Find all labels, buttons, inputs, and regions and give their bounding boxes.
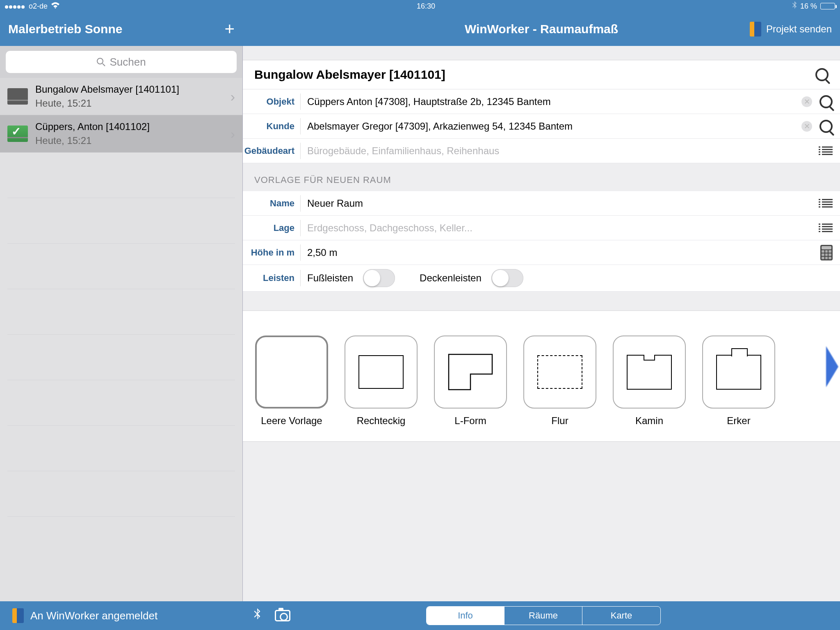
value-hoehe: 2,50 m [301,247,820,258]
label-kunde: Kunde [243,121,300,132]
sidebar-empty [0,153,242,601]
signal-dots-icon [5,2,25,11]
item-subtitle: Heute, 15:21 [35,135,223,146]
app-logo-icon [750,22,761,37]
company-title: Malerbetrieb Sonne [8,22,122,36]
clear-kunde-button[interactable]: ✕ [801,121,812,132]
chevron-right-icon: › [231,126,235,142]
row-hoehe[interactable]: Höhe in m 2,50 m [243,240,840,265]
placeholder-gebaeudeart: Bürogebäude, Einfamilienhaus, Reihenhaus [301,145,822,157]
sidebar-item-project-2[interactable]: Cüppers, Anton [1401102] Heute, 15:21 › [0,115,242,153]
label-name: Name [243,198,300,209]
row-objekt[interactable]: Objekt Cüppers Anton [47308], Hauptstraß… [243,89,840,114]
label-lage: Lage [243,223,300,233]
label-leisten: Leisten [243,273,300,283]
page-title: WinWorker - Raumaufmaß [465,22,618,36]
fussleisten-label: Fußleisten [307,272,353,284]
chevron-right-icon: › [231,89,235,105]
value-kunde: Abelsmayer Gregor [47309], Arkazienweg 5… [301,121,801,132]
list-icon[interactable] [822,198,833,208]
row-lage[interactable]: Lage Erdgeschoss, Dachgeschoss, Keller..… [243,216,840,240]
tray-icon [7,88,28,105]
item-title: Cüppers, Anton [1401102] [35,121,223,132]
item-title: Bungalow Abelsmayer [1401101] [35,84,223,95]
wifi-icon [51,2,60,11]
search-placeholder: Suchen [110,56,146,68]
row-leisten: Leisten Fußleisten Deckenleisten [243,265,840,292]
send-project-button[interactable]: Projekt senden [750,22,832,37]
add-button[interactable]: + [224,19,235,39]
template-erker[interactable]: Erker [702,336,775,427]
label-objekt: Objekt [243,96,300,107]
row-name[interactable]: Name Neuer Raum [243,191,840,216]
scroll-right-indicator [826,346,838,387]
room-templates: Leere Vorlage Rechteckig L-Form Flur [243,310,840,442]
section-header-vorlage: VORLAGE FÜR NEUEN RAUM [243,163,840,191]
item-subtitle: Heute, 15:21 [35,98,223,109]
placeholder-lage: Erdgeschoss, Dachgeschoss, Keller... [301,222,822,234]
search-kunde-icon[interactable] [819,120,833,133]
search-objekt-icon[interactable] [819,95,833,108]
bluetooth-button[interactable] [253,608,261,623]
status-bar: o2-de 16:30 16 % [0,0,840,12]
footer: An WinWorker angemeldet Info Räume Karte [0,601,840,630]
template-flur[interactable]: Flur [523,336,596,427]
deckenleisten-toggle[interactable] [491,269,523,287]
clear-objekt-button[interactable]: ✕ [801,96,812,107]
tab-segment: Info Räume Karte [426,606,661,625]
calculator-icon[interactable] [820,245,833,260]
tab-karte[interactable]: Karte [582,607,660,625]
navigation-bar: Malerbetrieb Sonne + WinWorker - Raumauf… [0,12,840,46]
bluetooth-icon [792,1,797,11]
svg-point-0 [97,58,103,64]
label-gebaeudeart: Gebäudeart [243,146,300,156]
row-gebaeudeart[interactable]: Gebäudeart Bürogebäude, Einfamilienhaus,… [243,139,840,163]
sidebar-item-project-1[interactable]: Bungalow Abelsmayer [1401101] Heute, 15:… [0,78,242,115]
value-objekt: Cüppers Anton [47308], Hauptstraße 2b, 1… [301,96,801,107]
template-empty[interactable]: Leere Vorlage [255,336,328,427]
tray-checked-icon [7,126,28,142]
template-lform[interactable]: L-Form [434,336,507,427]
carrier-label: o2-de [29,2,48,11]
send-label: Projekt senden [766,23,832,35]
list-icon[interactable] [822,223,833,233]
list-icon[interactable] [822,146,833,156]
tab-info[interactable]: Info [427,607,504,625]
template-rect[interactable]: Rechteckig [345,336,418,427]
search-input[interactable]: Suchen [6,51,237,73]
detail-pane: Bungalow Abelsmayer [1401101] Objekt Cüp… [243,46,840,601]
label-hoehe: Höhe in m [243,247,300,258]
row-kunde[interactable]: Kunde Abelsmayer Gregor [47309], Arkazie… [243,114,840,139]
app-logo-icon [12,608,24,623]
clock: 16:30 [417,2,435,11]
search-icon[interactable] [815,68,829,81]
project-title-row: Bungalow Abelsmayer [1401101] [243,60,840,89]
camera-button[interactable] [275,610,290,621]
battery-icon [820,3,835,9]
project-title: Bungalow Abelsmayer [1401101] [254,68,445,82]
svg-line-1 [103,64,105,66]
tab-raeume[interactable]: Räume [504,607,582,625]
fussleisten-toggle[interactable] [363,269,395,287]
template-kamin[interactable]: Kamin [613,336,686,427]
value-name: Neuer Raum [301,198,822,209]
battery-percent: 16 % [800,2,817,11]
login-status: An WinWorker angemeldet [0,601,243,630]
sidebar: Suchen Bungalow Abelsmayer [1401101] Heu… [0,46,243,601]
deckenleisten-label: Deckenleisten [420,272,482,284]
